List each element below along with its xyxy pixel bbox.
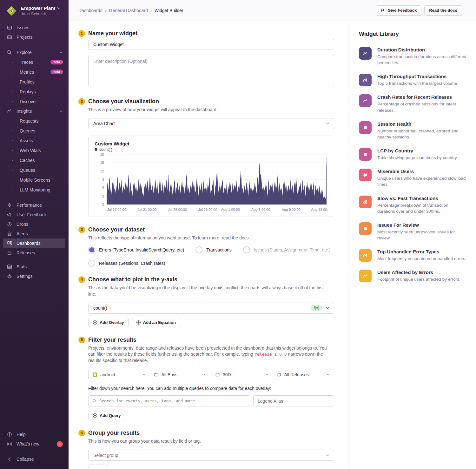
bullet-icon: · [10, 59, 16, 65]
lightning-icon [6, 202, 13, 208]
add-overlay-button[interactable]: Add Overlay [88, 318, 129, 327]
issues-icon [6, 24, 13, 31]
whats-new-badge: 1 [57, 441, 63, 447]
library-item-users-affected[interactable]: Users Affected by Errors Footprint of un… [359, 270, 466, 282]
step-number: 5 [78, 337, 85, 343]
sidebar-item-help[interactable]: Help [3, 430, 65, 439]
org-name: Empower Plant [21, 5, 55, 11]
sidebar-item-whats-new[interactable]: What's new 1 [3, 439, 65, 449]
radio-button[interactable] [88, 246, 95, 253]
radio-button[interactable] [195, 246, 202, 253]
sidebar-collapse-button[interactable]: Collapse [3, 454, 65, 464]
legend-label: count( ) [99, 147, 112, 152]
library-item-lcp-by-country[interactable]: LCP by Country Table showing page load t… [359, 148, 466, 161]
step-title: Choose your visualization [88, 98, 159, 105]
widget-name-input[interactable] [88, 39, 334, 50]
sidebar-item-issues[interactable]: Issues [3, 23, 65, 32]
button-label: Read the docs [429, 8, 457, 13]
radio-label: Releases (Sessions, Crash rates) [99, 261, 165, 266]
svg-text:0: 0 [102, 203, 104, 206]
dataset-option-transactions[interactable]: Transactions [195, 246, 232, 253]
sidebar-item-queues[interactable]: ·Queues [6, 165, 65, 175]
add-query-button[interactable]: Add Query [88, 411, 125, 420]
environment-filter[interactable]: All Envs [150, 369, 211, 380]
releases-icon [6, 250, 13, 256]
query-search-input[interactable] [99, 399, 246, 403]
y-axis-field-select[interactable]: count() f(x) [88, 303, 334, 314]
library-item-session-health[interactable]: Session Health Number of abnormal, crash… [359, 121, 466, 140]
sidebar-item-performance[interactable]: Performance [3, 200, 65, 210]
date-range-filter[interactable]: 30D [211, 369, 273, 380]
radio-button[interactable] [243, 246, 250, 253]
svg-text:Aug 9 00:00: Aug 9 00:00 [282, 208, 301, 211]
library-item-desc: Compare transaction durations across dif… [377, 54, 466, 66]
sidebar-item-alerts[interactable]: Alerts [3, 229, 65, 238]
sidebar-item-settings[interactable]: Settings [3, 271, 65, 281]
add-equation-button[interactable]: Add an Equation [132, 318, 180, 327]
sidebar-item-projects[interactable]: Projects [3, 32, 65, 42]
visualization-select[interactable]: Area Chart [88, 118, 334, 129]
sidebar-item-requests[interactable]: ·Requests [6, 116, 65, 126]
query-search-box [88, 395, 250, 406]
chevron-right-icon: › [150, 8, 152, 13]
give-feedback-button[interactable]: Give Feedback [376, 5, 421, 16]
sidebar-item-stats[interactable]: Stats [3, 262, 65, 271]
sidebar-item-mobile-screens[interactable]: ·Mobile Screens [6, 175, 65, 185]
megaphone-icon [6, 211, 13, 218]
sidebar-item-assets[interactable]: ·Assets [6, 136, 65, 145]
sidebar-item-llm-monitoring[interactable]: ·LLM Monitoring [6, 185, 65, 195]
library-item-miserable-users[interactable]: Miserable Users Unique users who have ex… [359, 169, 466, 187]
chevron-down-icon [326, 373, 330, 377]
sidebar-item-web-vitals[interactable]: ·Web Vitals [6, 145, 65, 155]
user-name: Jane Schmidt [21, 11, 61, 16]
widget-description-input[interactable] [88, 55, 334, 87]
library-item-slow-vs-fast[interactable]: Slow vs. Fast Transactions Percentage br… [359, 196, 466, 214]
circle-plus-icon [93, 320, 97, 325]
breadcrumb-dashboards[interactable]: Dashboards [78, 8, 102, 13]
sidebar-item-replays[interactable]: ·Replays [6, 87, 65, 97]
sidebar-item-dashboards[interactable]: Dashboards [3, 238, 65, 248]
radio-button[interactable] [88, 260, 95, 267]
org-switcher[interactable]: Empower Plant Jane Schmidt [0, 0, 69, 20]
library-item-desc: Most recently seen unresolved issues for… [377, 229, 466, 241]
sidebar-item-queries[interactable]: ·Queries [6, 126, 65, 136]
sidebar-item-traces[interactable]: ·Tracesbeta [6, 57, 65, 67]
sidebar-item-metrics[interactable]: ·Metricsbeta [6, 67, 65, 77]
line-chart-icon [359, 270, 372, 282]
release-filter[interactable]: All Releases [273, 369, 334, 380]
sidebar-item-crons[interactable]: Crons [3, 219, 65, 229]
sidebar-group-explore[interactable]: Explore [3, 48, 65, 57]
chevron-up-icon [59, 110, 63, 113]
library-item-issues-for-review[interactable]: Issues For Review Most recently seen unr… [359, 222, 466, 241]
svg-text:Aug 1 00:00: Aug 1 00:00 [221, 208, 240, 211]
legend-alias-input[interactable] [253, 395, 334, 406]
sidebar-item-profiles[interactable]: ·Profiles [6, 77, 65, 87]
sidebar-group-insights[interactable]: Insights [3, 106, 65, 116]
sidebar-item-discover[interactable]: ·Discover [6, 97, 65, 106]
project-filter[interactable]: android [89, 369, 150, 380]
widget-builder-main: 1 Name your widget 2 Choose your visuali… [69, 21, 349, 469]
read-docs-button[interactable]: Read the docs [424, 5, 462, 16]
library-item-high-throughput[interactable]: High Throughput Transactions Top 5 trans… [359, 74, 466, 86]
dataset-option-issues[interactable]: Issues (States, Assignment, Time, etc.) [243, 246, 331, 253]
sidebar-item-caches[interactable]: ·Caches [6, 155, 65, 165]
step-title: Choose what to plot in the y-axis [88, 276, 177, 283]
chevron-down-icon [203, 373, 207, 377]
breadcrumb-current: Widget Builder [155, 8, 183, 13]
sidebar-item-releases[interactable]: Releases [3, 248, 65, 258]
sidebar-group-label: Insights [17, 109, 32, 114]
svg-text:Aug 5 00:00: Aug 5 00:00 [251, 208, 270, 211]
svg-text:9: 9 [102, 178, 104, 181]
dataset-option-releases[interactable]: Releases (Sessions, Crash rates) [88, 260, 165, 267]
sidebar-group-label: Explore [17, 50, 31, 55]
read-docs-link[interactable]: read the docs [222, 235, 249, 240]
breadcrumb-general-dashboard[interactable]: General Dashboard [109, 8, 148, 13]
library-item-duration-distribution[interactable]: Duration Distribution Compare transactio… [359, 47, 466, 66]
library-item-top-unhandled-errors[interactable]: Top Unhandled Error Types Most frequentl… [359, 249, 466, 262]
sidebar-item-user-feedback[interactable]: User Feedback [3, 210, 65, 219]
group-select[interactable]: Select group [88, 450, 334, 461]
dataset-option-errors[interactable]: Errors (TypeError, InvalidSearchQuery, e… [88, 246, 184, 253]
library-item-title: High Throughput Transactions [377, 74, 458, 79]
add-group-button-partial[interactable] [88, 465, 108, 467]
library-item-crash-rates[interactable]: Crash Rates for Recent Releases Percenta… [359, 94, 466, 113]
